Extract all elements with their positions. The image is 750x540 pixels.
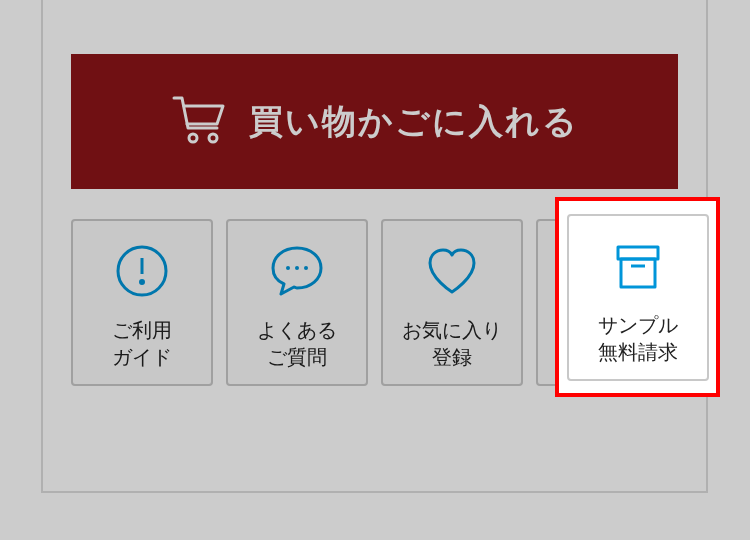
tile-label: お気に入り 登録 (402, 317, 502, 371)
svg-point-5 (286, 266, 290, 270)
faq-tile[interactable]: よくある ご質問 (226, 219, 368, 386)
speech-bubble-icon (269, 243, 325, 299)
svg-point-7 (304, 266, 308, 270)
favorite-tile[interactable]: お気に入り 登録 (381, 219, 523, 386)
heart-icon (424, 243, 480, 299)
svg-point-6 (295, 266, 299, 270)
add-to-cart-button[interactable]: 買い物かごに入れる (71, 54, 678, 189)
svg-point-0 (189, 134, 197, 142)
cart-icon (171, 94, 227, 150)
svg-point-1 (209, 134, 217, 142)
usage-guide-tile[interactable]: ご利用 ガイド (71, 219, 213, 386)
tile-label: ご利用 ガイド (112, 317, 172, 371)
svg-rect-8 (618, 247, 658, 259)
exclamation-circle-icon (114, 243, 170, 299)
add-to-cart-label: 買い物かごに入れる (249, 99, 579, 145)
svg-point-4 (141, 281, 144, 284)
tile-label: よくある ご質問 (257, 317, 337, 371)
svg-rect-9 (621, 259, 655, 287)
box-icon (610, 238, 666, 294)
tile-label: サンプル 無料請求 (598, 312, 678, 366)
sample-tile-highlight: サンプル 無料請求 (555, 197, 720, 397)
free-sample-request-tile[interactable]: サンプル 無料請求 (567, 214, 709, 381)
